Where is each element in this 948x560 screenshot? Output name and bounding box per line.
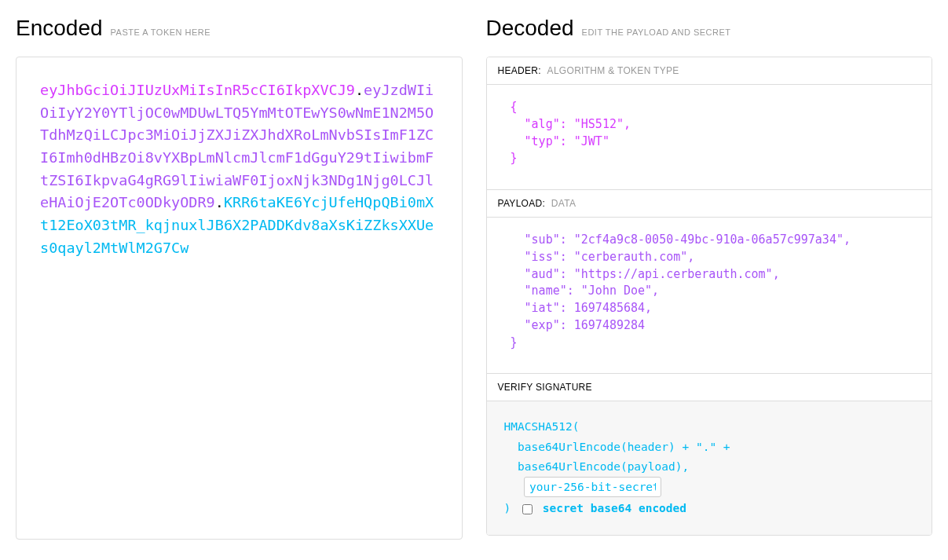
secret-base64-label: secret base64 encoded — [543, 502, 686, 514]
jwt-payload-segment: eyJzdWIiOiIyY2Y0YTljOC0wMDUwLTQ5YmMtOTEw… — [40, 82, 434, 210]
signature-section-label: VERIFY SIGNATURE — [487, 374, 932, 401]
secret-base64-checkbox[interactable] — [522, 504, 533, 514]
encoded-token-input[interactable]: eyJhbGciOiJIUzUxMiIsInR5cCI6IkpXVCJ9.eyJ… — [16, 57, 463, 540]
header-section-label: HEADER: ALGORITHM & TOKEN TYPE — [487, 57, 932, 85]
sig-line1: base64UrlEncode(header) + "." + — [504, 437, 915, 457]
jwt-header-segment: eyJhbGciOiJIUzUxMiIsInR5cCI6IkpXVCJ9 — [40, 82, 355, 98]
sig-close-paren: ) — [504, 502, 511, 514]
encoded-column: Encoded PASTE A TOKEN HERE eyJhbGciOiJIU… — [16, 16, 463, 540]
encoded-subtitle: PASTE A TOKEN HERE — [111, 27, 211, 37]
decoded-subtitle: EDIT THE PAYLOAD AND SECRET — [582, 27, 731, 37]
header-section: HEADER: ALGORITHM & TOKEN TYPE { "alg": … — [487, 57, 932, 189]
decoded-column: Decoded EDIT THE PAYLOAD AND SECRET HEAD… — [486, 16, 933, 540]
payload-section-label: PAYLOAD: DATA — [487, 190, 932, 218]
decoded-title: Decoded — [486, 16, 574, 41]
signature-body: HMACSHA512( base64UrlEncode(header) + ".… — [487, 401, 932, 535]
payload-section: PAYLOAD: DATA "sub": "2cf4a9c8-0050-49bc… — [487, 189, 932, 373]
encoded-title: Encoded — [16, 16, 103, 41]
header-code[interactable]: { "alg": "HS512", "typ": "JWT" } — [487, 85, 932, 189]
sig-fn-open: HMACSHA512( — [504, 417, 915, 437]
sig-line2: base64UrlEncode(payload), — [504, 457, 915, 477]
jwt-dot2: . — [215, 194, 224, 210]
secret-input[interactable] — [524, 477, 661, 497]
jwt-dot1: . — [355, 82, 364, 98]
payload-code[interactable]: "sub": "2cf4a9c8-0050-49bc-910a-06a57c99… — [487, 218, 932, 373]
signature-section: VERIFY SIGNATURE HMACSHA512( base64UrlEn… — [487, 373, 932, 535]
